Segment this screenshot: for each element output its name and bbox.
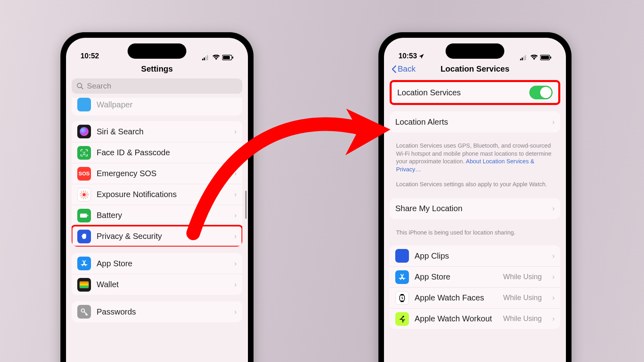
location-services-toggle[interactable]: [529, 86, 553, 99]
sos-icon: SOS: [77, 167, 91, 181]
svg-rect-1: [204, 58, 205, 60]
settings-row-battery[interactable]: Battery›: [72, 205, 242, 226]
chevron-right-icon: ›: [229, 169, 237, 178]
settings-group-3: Passwords›: [72, 301, 242, 322]
location-alerts-row[interactable]: Location Alerts ›: [390, 111, 560, 132]
svg-rect-22: [523, 56, 524, 60]
chevron-right-icon: ›: [547, 294, 555, 302]
settings-scroll[interactable]: Search Wallpaper Siri & Search›Face ID &…: [66, 78, 248, 341]
svg-rect-21: [522, 58, 523, 60]
appclips-icon: [395, 249, 409, 263]
phone-left-screen: 10:52 Settings Search Wallpaper Siri & S…: [66, 38, 248, 362]
svg-rect-2: [205, 56, 206, 60]
svg-rect-20: [520, 59, 521, 60]
row-label: Battery: [97, 211, 224, 220]
page-title: Settings: [66, 63, 248, 77]
chevron-right-icon: ›: [229, 190, 237, 199]
row-value: While Using: [503, 315, 542, 323]
scroll-indicator[interactable]: [245, 191, 247, 219]
chevron-right-icon: ›: [229, 259, 237, 268]
row-label: Exposure Notifications: [97, 190, 224, 199]
battery-icon: [77, 209, 91, 222]
settings-row-apple-watch-faces[interactable]: Apple Watch FacesWhile Using›: [390, 287, 560, 308]
row-label: Location Alerts: [395, 117, 542, 127]
row-label: App Store: [415, 272, 497, 282]
status-time: 10:53: [398, 52, 424, 60]
location-description-2: Location Services settings also apply to…: [390, 175, 560, 190]
clock-text: 10:53: [398, 52, 417, 60]
dynamic-island: [446, 43, 504, 59]
title-text: Location Services: [440, 64, 509, 73]
settings-row-face-id-passcode[interactable]: Face ID & Passcode›: [72, 142, 242, 163]
chevron-left-icon: [391, 65, 397, 73]
svg-rect-34: [400, 301, 404, 302]
svg-rect-33: [400, 294, 404, 295]
svg-line-8: [81, 87, 83, 89]
page-title: Back Location Services: [384, 63, 566, 77]
battery-icon: [540, 55, 551, 60]
appstore-icon: [395, 270, 409, 284]
clock-text: 10:52: [80, 52, 99, 60]
row-label: Share My Location: [395, 204, 542, 213]
dual-sim-icon: [202, 55, 210, 60]
svg-rect-15: [87, 215, 88, 216]
chevron-right-icon: ›: [229, 148, 237, 157]
svg-rect-0: [202, 59, 203, 60]
share-my-location-row[interactable]: Share My Location ›: [390, 198, 560, 219]
row-label: Wallet: [97, 280, 224, 289]
row-label: App Store: [97, 259, 224, 268]
status-icons: [202, 55, 233, 60]
settings-row-app-store[interactable]: App Store›: [72, 253, 242, 274]
back-label: Back: [398, 64, 415, 74]
faceid-icon: [77, 146, 91, 160]
chevron-right-icon: ›: [229, 232, 237, 241]
settings-row-app-clips[interactable]: App Clips›: [390, 245, 560, 266]
svg-point-11: [83, 193, 86, 196]
search-placeholder: Search: [87, 82, 111, 90]
svg-rect-28: [400, 254, 404, 258]
location-services-toggle-row[interactable]: Location Services: [392, 82, 558, 103]
workout-icon: [395, 312, 409, 326]
location-description-1: Location Services uses GPS, Bluetooth, a…: [390, 139, 560, 175]
chevron-right-icon: ›: [229, 308, 237, 316]
location-toggle-group: Location Services: [390, 80, 560, 105]
settings-row-app-store[interactable]: App StoreWhile Using›: [390, 266, 560, 287]
row-label: Wallpaper: [97, 100, 132, 109]
key-icon: [77, 305, 91, 319]
row-value: While Using: [503, 294, 542, 302]
settings-row-wallet[interactable]: Wallet›: [72, 274, 242, 295]
search-icon: [76, 82, 84, 90]
appstore-icon: [77, 257, 91, 270]
settings-row-wallpaper-partial[interactable]: Wallpaper: [72, 98, 242, 115]
location-scroll[interactable]: Location Services Location Alerts › Loca…: [384, 80, 566, 348]
battery-icon: [222, 55, 233, 60]
svg-rect-14: [80, 214, 87, 218]
dual-sim-icon: [520, 55, 528, 60]
row-label: Location Services: [397, 88, 524, 97]
settings-row-passwords[interactable]: Passwords›: [72, 301, 242, 322]
phone-right-screen: 10:53 Back Location Services Location Se…: [384, 38, 566, 362]
settings-row-emergency-sos[interactable]: SOSEmergency SOS›: [72, 163, 242, 184]
search-field[interactable]: Search: [72, 78, 242, 94]
row-label: Apple Watch Faces: [415, 293, 497, 302]
settings-row-apple-watch-workout[interactable]: Apple Watch WorkoutWhile Using›: [390, 308, 560, 329]
settings-row-privacy-security[interactable]: Privacy & Security›: [72, 226, 242, 247]
svg-rect-26: [550, 57, 551, 59]
chevron-right-icon: ›: [547, 315, 555, 323]
svg-rect-25: [541, 56, 549, 59]
location-indicator-icon: [419, 53, 424, 59]
watch-icon: [395, 291, 409, 305]
back-button[interactable]: Back: [391, 64, 415, 74]
dynamic-island: [128, 43, 186, 59]
row-label: Privacy & Security: [97, 232, 224, 241]
share-location-footer: This iPhone is being used for location s…: [390, 226, 560, 239]
row-value: While Using: [503, 273, 542, 281]
settings-row-siri-search[interactable]: Siri & Search›: [72, 121, 242, 142]
chevron-right-icon: ›: [229, 280, 237, 289]
settings-row-exposure-notifications[interactable]: Exposure Notifications›: [72, 184, 242, 205]
svg-rect-23: [525, 55, 526, 60]
row-label: Apple Watch Workout: [415, 314, 497, 323]
svg-rect-5: [223, 56, 230, 59]
location-alerts-group: Location Alerts ›: [390, 111, 560, 132]
chevron-right-icon: ›: [229, 211, 237, 220]
